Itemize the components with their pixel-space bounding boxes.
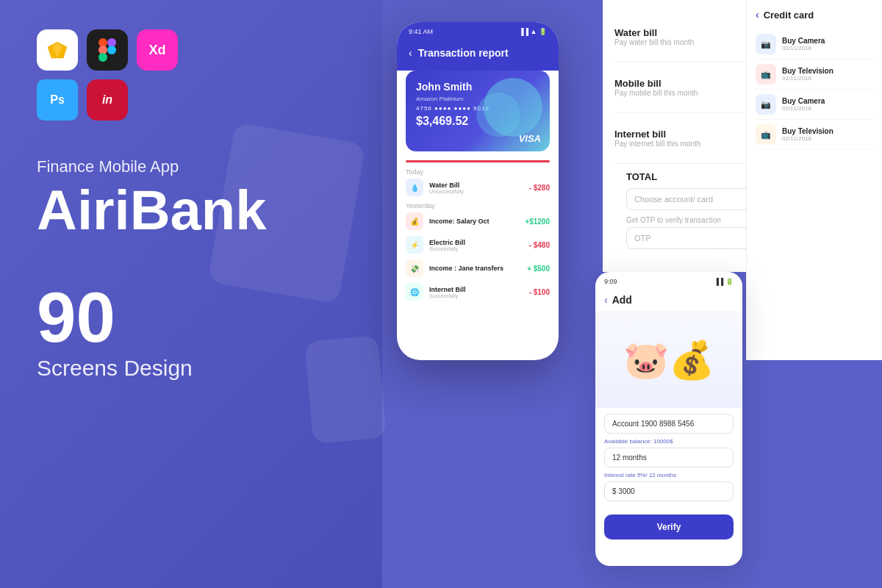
cp-buy-camera-2: 📷 Buy Camera 02/11/2018: [756, 90, 873, 120]
cp-back-icon[interactable]: ‹: [756, 9, 759, 21]
tx-internet-icon: 🌐: [406, 283, 423, 301]
add-header: ‹ Add: [595, 291, 742, 312]
left-section: Xd Ps in Finance Mobile App AiriBank 90 …: [0, 0, 382, 588]
tx-water-bill: 💧 Water Bill Unsuccessfully - $280: [406, 179, 550, 196]
screen-title: Transaction report: [418, 47, 509, 59]
add-illustration: 🐷💰: [595, 312, 742, 408]
tx-jane: 💸 Income : Jane transfers + $500: [406, 259, 550, 277]
tx-internet: 🌐 Internet Bill Successfully - $100: [406, 283, 550, 301]
amount-field[interactable]: $ 3000: [604, 481, 734, 501]
phone-status-bar: 9:41 AM ▐▐ ▲ 🔋: [397, 22, 559, 41]
deco-rect-2: [304, 335, 387, 444]
in-icon[interactable]: in: [87, 79, 128, 121]
balance-label: Available balance: 10000$: [604, 438, 734, 448]
tx-salary: 💰 Income: Salary Oct +$1200: [406, 212, 550, 230]
cp-tv-icon-1: 📺: [756, 64, 776, 85]
verify-button[interactable]: Verify: [604, 514, 734, 539]
yesterday-label: Yesterday: [406, 202, 550, 209]
sketch-icon[interactable]: [37, 29, 78, 71]
add-status-icons: ▐▐ 🔋: [714, 278, 734, 285]
status-icons: ▐▐ ▲ 🔋: [519, 28, 547, 35]
add-status-bar: 9:09 ▐▐ 🔋: [595, 272, 742, 291]
credit-card-panel: ‹ Credit card 📷 Buy Camera 02/11/2018 📺 …: [746, 0, 882, 360]
add-fields: Account 1900 8988 5456 Available balance…: [595, 408, 742, 512]
deco-rect-1: [207, 122, 365, 304]
credit-card: John Smith Amazon Platinium 4756 ●●●● ●●…: [406, 71, 550, 151]
cp-tv-icon-2: 📺: [756, 124, 776, 145]
add-status-time: 9:09: [604, 278, 617, 285]
figma-icon[interactable]: [87, 29, 128, 71]
ps-icon[interactable]: Ps: [37, 79, 78, 121]
status-time: 9:41 AM: [409, 28, 433, 35]
tx-water-info: Water Bill Unsuccessfully: [429, 182, 523, 194]
cp-camera-icon-2: 📷: [756, 94, 776, 115]
credit-panel-header: ‹ Credit card: [756, 9, 873, 21]
transactions-list: Today 💧 Water Bill Unsuccessfully - $280…: [397, 168, 559, 306]
add-title: Add: [612, 294, 632, 306]
tx-jane-icon: 💸: [406, 259, 423, 277]
xd-icon[interactable]: Xd: [137, 29, 178, 71]
interest-label: Interest rate 5%/ 12 months: [604, 472, 734, 481]
add-screen: 9:09 ▐▐ 🔋 ‹ Add 🐷💰 Account 1900 8988 545…: [595, 272, 742, 566]
cp-buy-camera-1: 📷 Buy Camera 02/11/2018: [756, 29, 873, 60]
months-field[interactable]: 12 months: [604, 448, 734, 467]
cp-buy-tv-1: 📺 Buy Television 02/11/2018: [756, 60, 873, 90]
transaction-phone: 9:41 AM ▐▐ ▲ 🔋 ‹ Transaction report John…: [397, 22, 559, 360]
exchange-header: ‹ Exchange rate: [756, 356, 873, 360]
phone-header: ‹ Transaction report: [397, 41, 559, 71]
cp-buy-tv-2: 📺 Buy Television 02/11/2018: [756, 120, 873, 150]
tx-electric-icon: ⚡: [406, 236, 423, 254]
exchange-rate-section: ‹ Exchange rate Country 🇻🇳 Vietnam 🇳🇮 Ni…: [756, 356, 873, 360]
tx-salary-icon: 💰: [406, 212, 423, 230]
tx-electric: ⚡ Electric Bill Successfully - $480: [406, 236, 550, 254]
card-brand: VISA: [519, 133, 541, 144]
svg-rect-5: [107, 46, 116, 54]
back-arrow-icon[interactable]: ‹: [409, 47, 412, 59]
tx-water-icon: 💧: [406, 179, 423, 196]
screen-label: Screens Design: [37, 356, 345, 381]
cp-title: Credit card: [764, 10, 814, 21]
account-field: Account 1900 8988 5456: [604, 414, 734, 434]
add-back-icon[interactable]: ‹: [604, 294, 608, 306]
cp-camera-icon-1: 📷: [756, 34, 776, 54]
today-label: Today: [406, 168, 550, 176]
card-red-bar: [406, 160, 550, 162]
tool-icons: Xd Ps in: [37, 29, 198, 121]
svg-rect-6: [98, 53, 107, 62]
card-type: Amazon Platinium: [416, 96, 539, 102]
